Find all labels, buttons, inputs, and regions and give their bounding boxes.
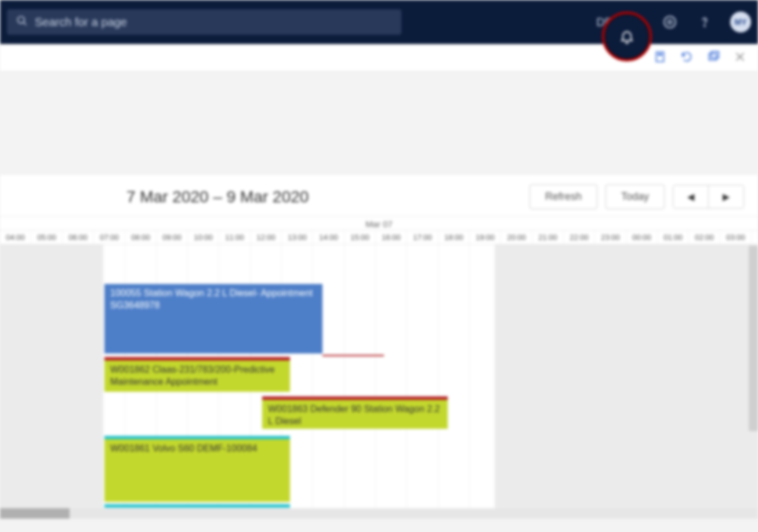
time-cell: 23:00 — [595, 231, 626, 244]
refresh-icon[interactable] — [680, 50, 693, 65]
event-overrun-indicator — [322, 355, 384, 356]
event-appointment[interactable]: 100055 Station Wagon 2.2 L Diesel- Appoi… — [104, 284, 322, 354]
time-cell: 21:00 — [532, 231, 564, 244]
time-cell: 15:00 — [344, 231, 376, 244]
time-cell: 11:00 — [219, 231, 251, 244]
date-range-title: 7 Mar 2020 – 9 Mar 2020 — [126, 188, 309, 206]
event-workorder[interactable]: W001862 Claas-231/783/200-Predictive Mai… — [104, 360, 290, 392]
time-cell: 14:00 — [313, 231, 344, 244]
svg-point-4 — [704, 25, 705, 27]
scheduler: 7 Mar 2020 – 9 Mar 2020 Refresh Today ◀ … — [0, 175, 758, 519]
day-label: Mar 07 — [0, 217, 758, 231]
svg-point-2 — [664, 16, 676, 28]
svg-rect-5 — [657, 52, 664, 61]
avatar[interactable]: MY — [730, 12, 751, 32]
refresh-button[interactable]: Refresh — [529, 184, 597, 209]
svg-point-0 — [18, 17, 25, 24]
non-working-left — [0, 245, 103, 508]
time-cell: 01:00 — [658, 231, 689, 244]
scheduler-header: 7 Mar 2020 – 9 Mar 2020 Refresh Today ◀ … — [0, 175, 758, 217]
svg-rect-6 — [658, 54, 662, 55]
close-icon[interactable] — [734, 50, 746, 65]
svg-point-3 — [668, 20, 672, 24]
gantt-body: 100055 Station Wagon 2.2 L Diesel- Appoi… — [0, 245, 758, 508]
time-cell: 16:00 — [376, 231, 407, 244]
notification-bell-highlight[interactable] — [602, 12, 652, 61]
time-cell: 04:00 — [0, 231, 31, 244]
time-cell: 02:00 — [689, 231, 720, 244]
office-icon[interactable] — [654, 50, 666, 65]
horizontal-scrollbar[interactable] — [0, 508, 758, 519]
time-cell: 00:00 — [626, 231, 658, 244]
time-cell: 09:00 — [157, 231, 188, 244]
time-header: 04:00 05:00 06:00 07:00 08:00 09:00 10:0… — [0, 231, 758, 245]
popout-icon[interactable] — [707, 50, 720, 65]
blank-area — [0, 72, 758, 175]
prev-button[interactable]: ◀ — [673, 185, 709, 208]
time-cell: 03:00 — [720, 231, 752, 244]
svg-rect-7 — [709, 53, 717, 60]
gear-icon[interactable] — [661, 13, 679, 31]
event-workorder[interactable]: W001863 Defender 90 Station Wagon 2.2 L … — [262, 400, 448, 429]
svg-rect-8 — [711, 51, 719, 57]
time-cell: 20:00 — [501, 231, 532, 244]
search-wrap[interactable] — [7, 9, 401, 35]
time-cell: 12:00 — [251, 231, 282, 244]
search-input[interactable] — [35, 16, 392, 29]
date-nav: ◀ ▶ — [673, 185, 744, 209]
bell-icon — [619, 28, 635, 45]
non-working-right — [495, 245, 758, 508]
time-cell: 22:00 — [564, 231, 595, 244]
time-cell: 18:00 — [438, 231, 470, 244]
time-cell: 10:00 — [188, 231, 219, 244]
time-cell: 07:00 — [94, 231, 125, 244]
search-icon — [16, 15, 28, 29]
time-cell: 13:00 — [282, 231, 313, 244]
svg-line-1 — [24, 23, 27, 25]
event-workorder[interactable]: W001861 Volvo S60 DEMF-100084 — [104, 439, 290, 502]
today-button[interactable]: Today — [605, 184, 665, 209]
time-cell: 06:00 — [63, 231, 94, 244]
scroll-thumb[interactable] — [0, 508, 70, 519]
time-cell: 17:00 — [407, 231, 438, 244]
next-button[interactable]: ▶ — [709, 185, 744, 208]
event-status-bar — [104, 504, 290, 508]
vertical-scrollbar[interactable] — [749, 246, 758, 431]
time-cell: 05:00 — [31, 231, 63, 244]
help-icon[interactable] — [695, 13, 714, 31]
time-cell: 08:00 — [125, 231, 157, 244]
time-cell: 19:00 — [470, 231, 501, 244]
